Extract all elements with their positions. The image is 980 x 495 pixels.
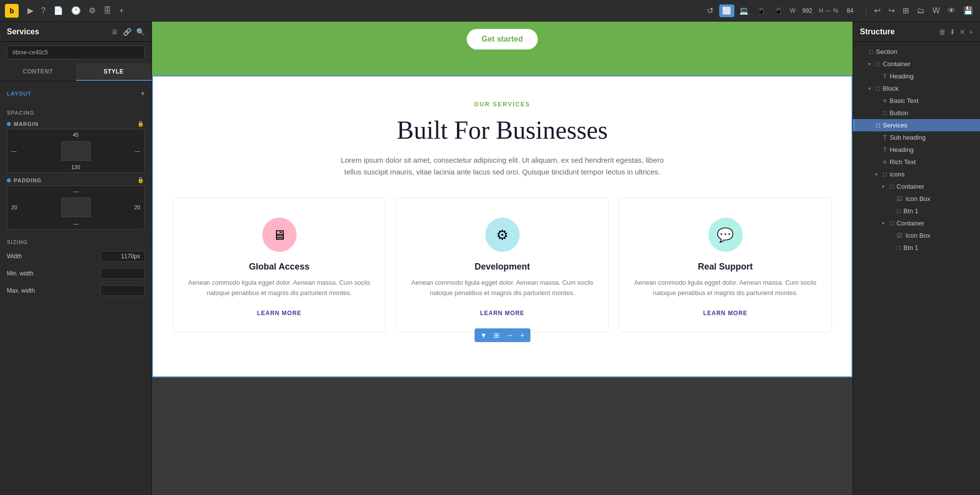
card-text-development: Aenean commodo ligula egget dolor. Aenea… bbox=[411, 278, 594, 298]
desktop-device-btn[interactable]: ⬜ bbox=[719, 4, 734, 17]
card-link-support[interactable]: LEARN MORE bbox=[703, 310, 748, 317]
canvas-dimensions: W H — % bbox=[790, 7, 860, 14]
grid-icon[interactable]: ⊞ bbox=[901, 4, 911, 17]
width-value-input[interactable] bbox=[101, 251, 145, 262]
tree-item-btn-1-13[interactable]: □Btn 1 bbox=[853, 205, 980, 217]
tree-item-section-0[interactable]: □Section bbox=[853, 46, 980, 58]
tree-item-rich-text-9[interactable]: ≡Rich Text bbox=[853, 156, 980, 168]
padding-right-value[interactable]: 20 bbox=[134, 204, 140, 210]
services-title: Built For Businesses bbox=[173, 116, 832, 145]
tree-item-icon-6: □ bbox=[876, 122, 880, 129]
min-width-value-input[interactable] bbox=[101, 268, 145, 279]
tree-item-icon-10: □ bbox=[883, 171, 887, 178]
cursor-tool-icon[interactable]: ▶ bbox=[25, 4, 35, 17]
margin-right-value[interactable]: — bbox=[135, 148, 140, 154]
margin-lock-icon[interactable]: 🔒 bbox=[137, 121, 145, 127]
structure-trash-icon[interactable]: 🗑 bbox=[939, 28, 946, 36]
card-link-global[interactable]: LEARN MORE bbox=[257, 310, 302, 317]
tree-item-button-5[interactable]: □Button bbox=[853, 107, 980, 119]
tree-item-container-1[interactable]: ▾□Container bbox=[853, 58, 980, 70]
min-width-prop-label: Min. width bbox=[7, 270, 33, 277]
max-width-prop-label: Max. width bbox=[7, 287, 35, 294]
device-switcher: ⬜ 💻 📱 📱 bbox=[719, 4, 786, 17]
tree-item-icon-box-15[interactable]: ☑Icon Box bbox=[853, 229, 980, 242]
tree-item-label-5: Button bbox=[890, 109, 973, 117]
tree-item-container-14[interactable]: ▾□Container bbox=[853, 217, 980, 229]
canvas-toolbar-collapse[interactable]: ▼ bbox=[478, 330, 489, 340]
width-input[interactable] bbox=[798, 7, 817, 14]
tree-item-container-11[interactable]: ▾□Container bbox=[853, 180, 980, 193]
tree-item-icons-10[interactable]: ▾□icons bbox=[853, 168, 980, 180]
get-started-button[interactable]: Get started bbox=[467, 29, 537, 50]
panel-icon-link[interactable]: 🔗 bbox=[123, 28, 131, 36]
margin-left-value[interactable]: — bbox=[11, 148, 17, 154]
structure-add-icon[interactable]: + bbox=[969, 28, 973, 36]
card-link-development[interactable]: LEARN MORE bbox=[480, 310, 525, 317]
structure-download-icon[interactable]: ⬇ bbox=[950, 28, 955, 36]
landscape-device-btn[interactable]: 📱 bbox=[754, 4, 769, 17]
canvas-toolbar-add[interactable]: + bbox=[518, 330, 526, 340]
tab-style[interactable]: STYLE bbox=[76, 63, 152, 81]
service-card-development[interactable]: ⚙ Development Aenean commodo ligula egge… bbox=[396, 198, 609, 332]
undo-icon[interactable]: ↩ bbox=[872, 4, 882, 17]
tree-item-label-11: Container bbox=[897, 183, 973, 190]
canvas-toolbar-resize[interactable]: ↔ bbox=[504, 330, 515, 340]
padding-top-value[interactable]: — bbox=[73, 188, 78, 194]
toolbar: b ▶ ? 📄 🕐 ⚙ 🗄 + ↺ ⬜ 💻 📱 📱 W H — % ↩ ↪ ⊞ … bbox=[0, 0, 980, 22]
tree-item-sub-heading-7[interactable]: TSub heading bbox=[853, 131, 980, 144]
tree-item-btn-1-16[interactable]: □Btn 1 bbox=[853, 242, 980, 254]
margin-inner-box bbox=[61, 141, 91, 161]
tablet-device-btn[interactable]: 💻 bbox=[736, 4, 752, 17]
wordpress-icon[interactable]: W bbox=[930, 4, 942, 17]
panel-icon-monitor[interactable]: 🖥 bbox=[111, 28, 118, 36]
layout-section-header[interactable]: LAYOUT ▾ bbox=[7, 87, 145, 100]
sizing-label-header: SIZING bbox=[7, 235, 145, 248]
panel-icon-search[interactable]: 🔍 bbox=[136, 28, 145, 36]
padding-left-value[interactable]: 20 bbox=[11, 204, 17, 210]
margin-bottom-value[interactable]: 120 bbox=[71, 164, 80, 170]
database-icon[interactable]: 🗄 bbox=[101, 4, 113, 17]
tree-item-services-6[interactable]: □Services bbox=[853, 119, 980, 131]
tree-item-block-3[interactable]: ▾□Block bbox=[853, 82, 980, 95]
structure-delete-icon[interactable]: ✕ bbox=[959, 28, 965, 36]
service-card-support[interactable]: 💬 Real Support Aenean commodo ligula egg… bbox=[619, 198, 832, 332]
mobile-device-btn[interactable]: 📱 bbox=[771, 4, 786, 17]
tree-item-icon-box-12[interactable]: ☑Icon Box bbox=[853, 193, 980, 205]
service-card-global[interactable]: 🖥 Global Access Aenean commodo ligula eg… bbox=[173, 198, 386, 332]
settings-icon[interactable]: ⚙ bbox=[87, 4, 98, 17]
padding-label: Padding bbox=[14, 177, 42, 183]
panel-tabs: CONTENT STYLE bbox=[0, 63, 151, 81]
tree-item-icon-12: ☑ bbox=[897, 195, 903, 202]
tree-item-heading-2[interactable]: THeading bbox=[853, 70, 980, 82]
services-section[interactable]: OUR SERVICES Built For Businesses Lorem … bbox=[152, 75, 853, 377]
add-icon[interactable]: + bbox=[117, 4, 126, 17]
zoom-input[interactable] bbox=[840, 7, 860, 14]
max-width-value-input[interactable] bbox=[101, 285, 145, 296]
redo-icon[interactable]: ↪ bbox=[886, 4, 897, 17]
card-icon-wrap-global: 🖥 bbox=[262, 218, 297, 252]
tree-item-heading-8[interactable]: THeading bbox=[853, 144, 980, 156]
sizing-section: SIZING Width Min. width Max. width bbox=[0, 235, 151, 305]
tab-content[interactable]: CONTENT bbox=[0, 63, 76, 81]
help-icon[interactable]: ? bbox=[39, 4, 48, 17]
layout-icon[interactable]: 🗂 bbox=[915, 4, 927, 17]
tree-item-label-16: Btn 1 bbox=[904, 244, 973, 251]
template-icon[interactable]: 📄 bbox=[51, 4, 65, 17]
history-icon[interactable]: 🕐 bbox=[69, 4, 83, 17]
tree-arrow-3: ▾ bbox=[868, 86, 874, 91]
save-icon[interactable]: 💾 bbox=[961, 4, 975, 17]
padding-lock-icon[interactable]: 🔒 bbox=[137, 177, 145, 183]
padding-bottom-value[interactable]: — bbox=[73, 221, 78, 226]
refresh-icon[interactable]: ↺ bbox=[705, 4, 715, 17]
margin-top-value[interactable]: 45 bbox=[73, 132, 78, 138]
canvas-toolbar-grid[interactable]: ⊞ bbox=[492, 330, 502, 340]
spacing-section: SPACING Margin 🔒 45 — — 120 Padding 🔒 bbox=[0, 106, 151, 235]
preview-icon[interactable]: 👁 bbox=[946, 4, 957, 17]
tree-item-basic-text-4[interactable]: ≡Basic Text bbox=[853, 95, 980, 107]
canvas[interactable]: Get started OUR SERVICES Built For Busin… bbox=[152, 22, 853, 495]
canvas-selection-toolbar: ▼ ⊞ ↔ + bbox=[474, 328, 530, 342]
panel-input-row bbox=[0, 42, 151, 63]
brand-logo: b bbox=[5, 4, 19, 18]
element-id-input[interactable] bbox=[7, 46, 145, 59]
structure-tree: □Section▾□ContainerTHeading▾□Block≡Basic… bbox=[853, 42, 980, 495]
